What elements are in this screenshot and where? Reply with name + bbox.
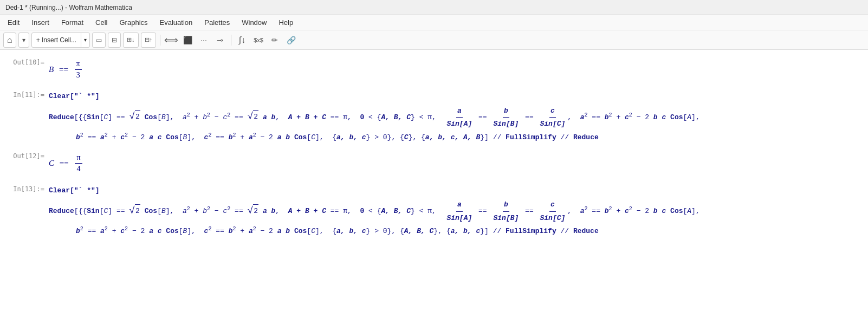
toolbar-pen-icon[interactable]: ✏ <box>268 33 282 47</box>
insert-cell-label: + Insert Cell... <box>32 36 81 44</box>
out10-eq: == <box>57 64 70 75</box>
menu-insert[interactable]: Insert <box>26 17 55 28</box>
toolbar-link-icon[interactable]: 🔗 <box>284 33 298 47</box>
menu-help[interactable]: Help <box>273 17 299 28</box>
out12-fraction: π 4 <box>75 152 82 174</box>
in11-reduce: Reduce[{{Sin[C] == √2 Cos[B], a2 + b2 − … <box>49 105 700 131</box>
cell-out10: Out[10]= B == π 3 <box>0 55 868 83</box>
notebook: Out[10]= B == π 3 In[11]:= Clear["` *"] … <box>0 50 868 311</box>
cell-content-out10: B == π 3 <box>49 56 868 82</box>
in13-line3: b2 == a2 + c2 − 2 a c Cos[B], c2 == b2 +… <box>49 224 700 238</box>
toolbar: ⌂ ▾ + Insert Cell... ▾ ▭ ⊟ ⊞↓ ⊟↑ ⟺ ⬛ ···… <box>0 30 868 50</box>
menu-palettes[interactable]: Palettes <box>199 17 235 28</box>
menu-graphics[interactable]: Graphics <box>114 17 153 28</box>
cell-in11: In[11]:= Clear["` *"] Reduce[{{Sin[C] ==… <box>0 89 868 146</box>
menu-edit[interactable]: Edit <box>2 17 25 28</box>
toolbar-home-btn[interactable]: ⌂ <box>3 33 16 48</box>
menu-cell[interactable]: Cell <box>90 17 113 28</box>
in13-reduce: Reduce[{{Sin[C] == √2 Cos[B], a2 + b2 − … <box>49 198 700 224</box>
toolbar-inline-icon[interactable]: ⟺ <box>164 33 178 47</box>
out10-lhs: B <box>49 64 54 75</box>
toolbar-ellipsis-icon[interactable]: ··· <box>197 33 211 47</box>
toolbar-dash-icon[interactable]: ⊸ <box>213 33 227 47</box>
in11-line3: b2 == a2 + c2 − 2 a c Cos[B], c2 == b2 +… <box>49 131 700 144</box>
toolbar-dollar-icon[interactable]: $x$ <box>251 33 265 47</box>
toolbar-view-btn[interactable]: ▭ <box>92 33 106 48</box>
toolbar-group-btn[interactable]: ⊞↓ <box>123 33 139 48</box>
toolbar-dropdown-btn[interactable]: ▾ <box>18 33 29 48</box>
toolbar-separator-1 <box>160 35 160 46</box>
toolbar-separator-2 <box>231 35 231 46</box>
title-text: Ded-1 * (Running...) - Wolfram Mathemati… <box>5 4 132 11</box>
toolbar-integral-icon[interactable]: ∫↓ <box>235 33 249 47</box>
title-bar: Ded-1 * (Running...) - Wolfram Mathemati… <box>0 0 868 15</box>
cell-content-out12: C == π 4 <box>49 150 868 176</box>
toolbar-frame-btn[interactable]: ⊟ <box>108 33 121 48</box>
cell-in13: In[13]:= Clear["` *"] Reduce[{{Sin[C] ==… <box>0 183 868 240</box>
cell-label-in13: In[13]:= <box>0 184 49 193</box>
cell-content-in11[interactable]: Clear["` *"] Reduce[{{Sin[C] == √2 Cos[B… <box>49 90 700 145</box>
out12-lhs: C <box>49 158 54 169</box>
cell-label-out10: Out[10]= <box>0 56 49 66</box>
menu-evaluation[interactable]: Evaluation <box>154 17 198 28</box>
toolbar-insert-cell-btn[interactable]: + Insert Cell... ▾ <box>31 33 90 48</box>
cell-content-in13[interactable]: Clear["` *"] Reduce[{{Sin[C] == √2 Cos[B… <box>49 184 700 239</box>
cell-out12: Out[12]= C == π 4 <box>0 149 868 177</box>
cell-label-in11: In[11]:= <box>0 90 49 99</box>
in11-line1: Clear["` *"] <box>49 91 700 102</box>
insert-cell-chevron[interactable]: ▾ <box>81 33 89 47</box>
menu-format[interactable]: Format <box>56 17 89 28</box>
cell-label-out12: Out[12]= <box>0 150 49 160</box>
out10-fraction: π 3 <box>75 59 82 80</box>
menu-bar: Edit Insert Format Cell Graphics Evaluat… <box>0 15 868 30</box>
out12-eq: == <box>57 158 70 169</box>
toolbar-ungroup-btn[interactable]: ⊟↑ <box>141 33 157 48</box>
menu-window[interactable]: Window <box>236 17 272 28</box>
in13-line1: Clear["` *"] <box>49 185 700 197</box>
toolbar-square-icon[interactable]: ⬛ <box>180 33 195 47</box>
